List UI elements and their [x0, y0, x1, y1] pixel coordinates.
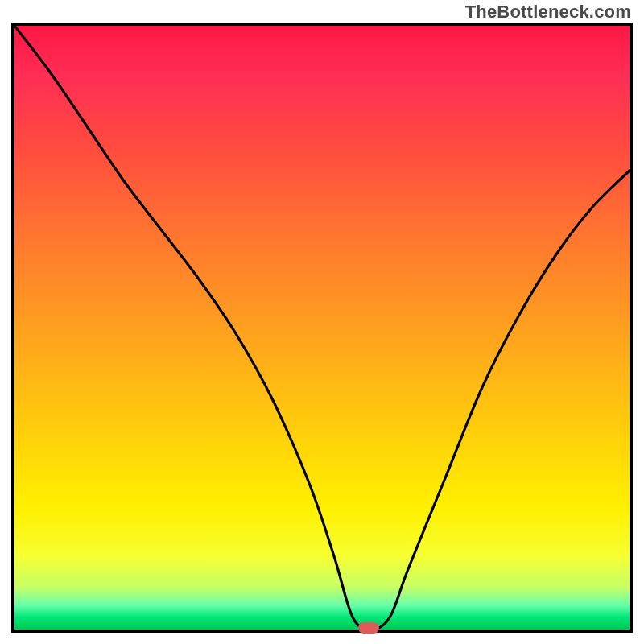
bottleneck-curve — [14, 26, 630, 630]
plot-area — [11, 23, 633, 633]
watermark-text: TheBottleneck.com — [465, 2, 631, 23]
optimal-marker — [358, 622, 379, 634]
chart-frame — [0, 23, 644, 644]
